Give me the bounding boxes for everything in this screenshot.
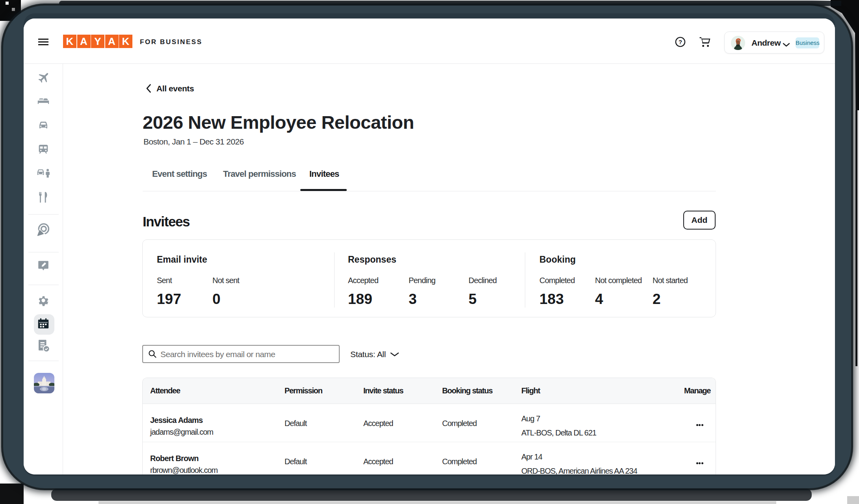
svg-text:?: ? [679, 39, 682, 45]
